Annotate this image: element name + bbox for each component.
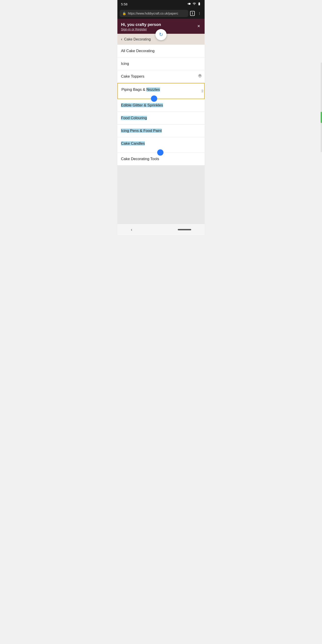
menu-item-food-colouring[interactable]: Food Colouring <box>118 112 204 124</box>
menu-item-label: Cake Candles <box>121 141 145 146</box>
vibrate-icon <box>188 2 191 6</box>
nav-back-button[interactable]: ‹ <box>131 227 132 232</box>
menu-item-icing-pens-food-paint[interactable]: Icing Pens & Food Paint <box>118 124 204 137</box>
wifi-icon <box>192 2 196 6</box>
menu-item-label: Edible Glitter & Sprinkles <box>121 103 163 107</box>
breadcrumb-text: Cake Decorating <box>124 37 151 41</box>
menu-item-label: Food Colouring <box>121 116 147 120</box>
tab-count[interactable]: 1 <box>190 11 195 16</box>
text-cursor-start <box>151 96 157 102</box>
menu-item-label: Cake Decorating Tools <box>121 157 159 161</box>
status-bar: 5:58 <box>118 0 204 8</box>
category-menu: All Cake Decorating Icing Cake Toppers P… <box>118 45 204 166</box>
back-arrow[interactable]: ‹ <box>121 37 122 42</box>
nav-bar: ‹ <box>118 224 204 235</box>
layers-icon <box>198 74 202 80</box>
header-greeting: Hi, you crafty person Sign-in or Registe… <box>121 22 161 31</box>
address-bar[interactable]: 🔒 https://www.hobbycraft.co.uk/paperc <box>120 10 188 17</box>
greeting-title: Hi, you crafty person <box>121 22 161 27</box>
menu-item-label: Piping Bags & Nozzles <box>122 88 160 92</box>
text-cursor-end <box>157 149 164 156</box>
refresh-button[interactable]: ↻ <box>156 29 166 40</box>
highlighted-text: Nozzles <box>146 88 160 92</box>
menu-item-cake-candles[interactable]: Cake Candles <box>118 137 204 153</box>
sign-in-link[interactable]: Sign-in or Register <box>121 28 161 31</box>
url-text: https://www.hobbycraft.co.uk/paperc <box>128 12 178 15</box>
menu-item-label: All Cake Decorating <box>121 49 154 53</box>
status-icons <box>188 2 201 6</box>
menu-item-label: Icing <box>121 62 129 66</box>
menu-item-label: Cake Toppers <box>121 74 144 78</box>
menu-item-icing[interactable]: Icing <box>118 58 204 70</box>
menu-item-piping-bags-nozzles[interactable]: Piping Bags & Nozzles cts <box>118 83 204 99</box>
menu-item-cake-toppers[interactable]: Cake Toppers <box>118 70 204 83</box>
lock-icon: 🔒 <box>122 12 126 15</box>
home-indicator[interactable] <box>178 229 191 230</box>
menu-item-all-cake-decorating[interactable]: All Cake Decorating <box>118 45 204 58</box>
battery-icon <box>198 2 201 6</box>
refresh-icon: ↻ <box>159 32 163 38</box>
browser-chrome: 🔒 https://www.hobbycraft.co.uk/paperc 1 … <box>118 8 204 19</box>
close-button[interactable]: × <box>196 22 201 30</box>
empty-content-area <box>118 166 204 224</box>
menu-item-edible-glitter-sprinkles[interactable]: Edible Glitter & Sprinkles <box>118 99 204 112</box>
menu-item-label: Icing Pens & Food Paint <box>121 128 162 133</box>
products-label: cts <box>201 90 204 92</box>
more-options-button[interactable]: ⋮ <box>196 11 202 16</box>
status-time: 5:58 <box>121 2 128 6</box>
